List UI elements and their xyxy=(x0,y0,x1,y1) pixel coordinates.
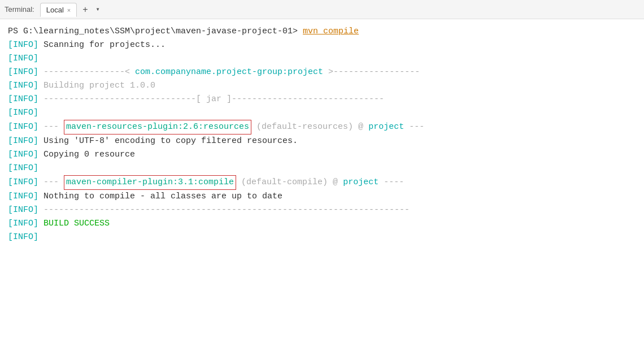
terminal-line-9: [INFO] Copying 0 resource xyxy=(8,148,636,162)
info-text: Building project 1.0.0 xyxy=(38,79,155,93)
terminal-line-11: [INFO] --- maven-compiler-plugin:3.1:com… xyxy=(8,175,636,190)
terminal-line-10: [INFO] xyxy=(8,162,636,175)
info-tag: [INFO] xyxy=(8,93,43,106)
tab-local-label: Local xyxy=(46,6,64,14)
tab-bar: Terminal: Local × + ▾ xyxy=(0,0,644,19)
tab-close-icon[interactable]: × xyxy=(67,7,71,14)
info-tag: [INFO] xyxy=(8,162,38,175)
info-text: Using 'UTF-8' encoding to copy filtered … xyxy=(38,135,298,148)
info-text: Copying 0 resource xyxy=(38,148,135,162)
info-dashes-end: --- xyxy=(404,120,424,134)
terminal-window: Terminal: Local × + ▾ PS G:\learning_not… xyxy=(0,0,644,347)
terminal-line-4: [INFO] Building project 1.0.0 xyxy=(8,79,636,93)
info-suffix: (default-resources) @ xyxy=(251,120,368,134)
info-prefix: --- xyxy=(38,176,64,189)
info-tag: [INFO] xyxy=(8,190,38,203)
prompt-cmd: mvn compile xyxy=(303,25,359,38)
terminal-line-1: [INFO] Scanning for projects... xyxy=(8,38,636,52)
terminal-body: PS G:\learning_notes\SSM\project\maven-j… xyxy=(0,19,644,347)
terminal-line-5: [INFO] ------------------------------[ j… xyxy=(8,93,636,106)
info-project-ref: project xyxy=(368,120,404,134)
tab-local[interactable]: Local × xyxy=(40,3,77,17)
info-tag: [INFO] xyxy=(8,176,38,189)
terminal-line-13: [INFO] ---------------------------------… xyxy=(8,203,636,217)
info-tag: [INFO] xyxy=(8,135,38,148)
info-text: Nothing to compile - all classes are up … xyxy=(38,190,282,203)
terminal-line-14: [INFO] BUILD SUCCESS xyxy=(8,217,636,231)
info-tag: [INFO] xyxy=(8,231,38,244)
info-tag: [INFO] xyxy=(8,148,38,162)
info-suffix: (default-compile) @ xyxy=(236,176,343,189)
tab-dropdown-button[interactable]: ▾ xyxy=(94,4,102,15)
info-tag: [INFO] xyxy=(8,52,38,66)
info-dashes-end: ---- xyxy=(378,176,404,189)
info-prefix: --- xyxy=(38,120,64,134)
terminal-line-6: [INFO] xyxy=(8,106,636,120)
info-tag: [INFO] xyxy=(8,120,38,134)
info-text: Scanning for projects... xyxy=(38,38,166,52)
info-tag: [INFO] xyxy=(8,66,43,79)
dashes-jar: ------------------------------[ jar ]---… xyxy=(43,93,384,106)
prompt-path: PS G:\learning_notes\SSM\project\maven-j… xyxy=(8,25,303,38)
tab-bar-label: Terminal: xyxy=(5,5,34,14)
info-project-ref: project xyxy=(343,176,378,189)
tab-add-button[interactable]: + xyxy=(79,3,91,16)
info-tag: [INFO] xyxy=(8,79,38,93)
plugin-compiler-box: maven-compiler-plugin:3.1:compile xyxy=(64,175,236,190)
plugin-resources-box: maven-resources-plugin:2.6:resources xyxy=(64,120,251,135)
terminal-line-3: [INFO] ----------------< com.companyname… xyxy=(8,66,636,79)
dashes-end: ----------------------------------------… xyxy=(43,203,410,217)
dashes-left: ----------------< xyxy=(43,66,135,79)
dashes-right: >----------------- xyxy=(323,66,420,79)
info-project: com.companyname.project-group:project xyxy=(135,66,323,79)
terminal-line-prompt: PS G:\learning_notes\SSM\project\maven-j… xyxy=(8,25,636,38)
terminal-line-2: [INFO] xyxy=(8,52,636,66)
build-success-text: BUILD SUCCESS xyxy=(43,217,110,231)
terminal-line-15: [INFO] xyxy=(8,231,636,244)
info-tag: [INFO] xyxy=(8,217,43,231)
info-tag: [INFO] xyxy=(8,203,43,217)
terminal-line-8: [INFO] Using 'UTF-8' encoding to copy fi… xyxy=(8,135,636,148)
terminal-line-12: [INFO] Nothing to compile - all classes … xyxy=(8,190,636,203)
terminal-line-7: [INFO] --- maven-resources-plugin:2.6:re… xyxy=(8,120,636,135)
info-tag: [INFO] xyxy=(8,38,38,52)
info-tag: [INFO] xyxy=(8,106,38,120)
